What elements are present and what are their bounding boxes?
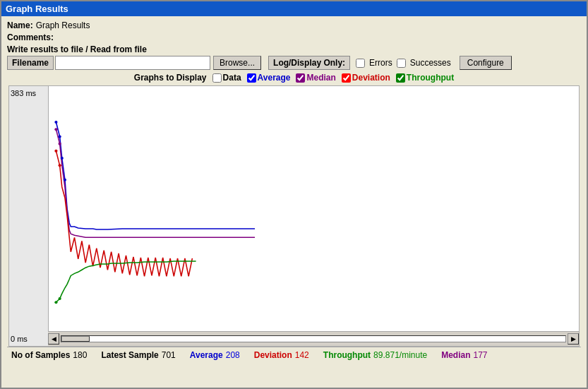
- comments-label: Comments:: [7, 32, 54, 42]
- y-axis-top-label: 383 ms: [11, 89, 36, 97]
- throughput-stat-label: Throughput: [323, 350, 371, 360]
- chart-container: 383 ms 0 ms: [8, 85, 580, 347]
- throughput-checkbox-group: Throughput: [396, 73, 454, 83]
- data-label: Data: [223, 73, 241, 83]
- svg-point-0: [54, 121, 57, 124]
- comments-row: Comments:: [7, 32, 581, 42]
- deviation-checkbox[interactable]: [342, 73, 351, 83]
- errors-checkbox[interactable]: [356, 59, 365, 68]
- name-value: Graph Results: [36, 20, 90, 30]
- main-window: Graph Results Name: Graph Results Commen…: [0, 0, 588, 389]
- filename-input[interactable]: [55, 56, 210, 70]
- average-checkbox[interactable]: [247, 73, 256, 83]
- chart-svg: [49, 86, 579, 331]
- graphs-to-display-label: Graphs to Display: [134, 73, 207, 83]
- median-checkbox-group: Median: [296, 73, 335, 83]
- latest-sample-value: 701: [162, 350, 176, 360]
- no-of-samples-stat: No of Samples 180: [11, 350, 87, 360]
- throughput-line: [56, 261, 196, 302]
- throughput-stat: Throughput 89.871/minute: [323, 350, 427, 360]
- no-samples-value: 180: [73, 350, 87, 360]
- average-stat-label: Average: [190, 350, 223, 360]
- scrollbar-row: ◀ ▶: [48, 332, 579, 346]
- svg-point-1: [59, 135, 61, 138]
- filename-label: Filename: [7, 56, 54, 70]
- log-display-section: Log/Display Only: Errors Successes Confi…: [268, 56, 512, 70]
- name-row: Name: Graph Results: [7, 20, 581, 30]
- throughput-stat-value: 89.871/minute: [373, 350, 427, 360]
- configure-button[interactable]: Configure: [460, 56, 512, 70]
- name-label: Name:: [7, 20, 33, 30]
- deviation-stat-value: 142: [295, 350, 309, 360]
- window-title: Graph Results: [6, 4, 68, 14]
- svg-point-9: [59, 297, 61, 300]
- browse-button[interactable]: Browse...: [213, 56, 261, 70]
- log-display-label: Log/Display Only:: [268, 56, 350, 70]
- svg-point-3: [64, 179, 66, 181]
- no-samples-label: No of Samples: [11, 350, 70, 360]
- svg-point-8: [54, 301, 57, 304]
- deviation-checkbox-group: Deviation: [342, 73, 390, 83]
- y-axis-bottom-label: 0 ms: [11, 335, 28, 343]
- average-checkbox-group: Average: [247, 73, 291, 83]
- title-bar: Graph Results: [1, 1, 587, 16]
- svg-point-6: [54, 150, 57, 152]
- deviation-stat: Deviation 142: [254, 350, 309, 360]
- median-checkbox[interactable]: [296, 73, 305, 83]
- median-stat: Median 177: [441, 350, 487, 360]
- write-section-label: Write results to file / Read from file: [7, 44, 581, 54]
- graphs-row: Graphs to Display Data Average Median De…: [7, 73, 581, 83]
- errors-label: Errors: [369, 58, 392, 68]
- median-stat-value: 177: [474, 350, 488, 360]
- svg-point-4: [54, 128, 57, 131]
- median-stat-label: Median: [441, 350, 470, 360]
- deviation-stat-label: Deviation: [254, 350, 292, 360]
- average-stat: Average 208: [190, 350, 240, 360]
- svg-point-5: [59, 143, 61, 145]
- file-row: Filename Browse... Log/Display Only: Err…: [7, 56, 581, 70]
- scroll-right-button[interactable]: ▶: [568, 333, 579, 345]
- latest-sample-stat: Latest Sample 701: [101, 350, 175, 360]
- stats-bar: No of Samples 180 Latest Sample 701 Aver…: [7, 347, 581, 363]
- throughput-checkbox[interactable]: [396, 73, 405, 83]
- average-label: Average: [258, 73, 291, 83]
- chart-area: [48, 86, 579, 332]
- median-line: [56, 129, 255, 237]
- throughput-label: Throughput: [407, 73, 454, 83]
- data-checkbox[interactable]: [212, 73, 222, 83]
- successes-checkbox[interactable]: [397, 59, 406, 68]
- deviation-line: [56, 151, 192, 277]
- svg-point-2: [61, 157, 64, 160]
- median-label: Median: [306, 73, 335, 83]
- average-line: [56, 122, 255, 229]
- scroll-left-button[interactable]: ◀: [48, 333, 59, 345]
- latest-sample-label: Latest Sample: [101, 350, 158, 360]
- scrollbar-track[interactable]: [61, 335, 566, 342]
- average-stat-value: 208: [226, 350, 240, 360]
- data-checkbox-group: Data: [212, 73, 241, 83]
- deviation-label: Deviation: [352, 73, 390, 83]
- successes-label: Successes: [410, 58, 451, 68]
- scrollbar-thumb[interactable]: [61, 336, 90, 342]
- svg-point-7: [59, 164, 61, 167]
